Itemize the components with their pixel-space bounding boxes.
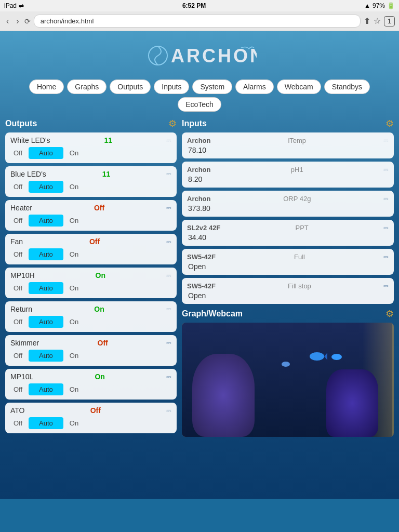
outputs-panel: Outputs ⚙ White LED's 11 ⎓ Off Auto On <box>5 118 177 436</box>
back-button[interactable]: ‹ <box>4 16 11 27</box>
output-return-status: On <box>94 305 104 313</box>
nav-webcam[interactable]: Webcam <box>277 79 321 94</box>
output-white-leds-off-btn[interactable]: Off <box>10 148 25 158</box>
output-return-slider-icon[interactable]: ⎓ <box>166 304 171 314</box>
output-ato-slider-icon[interactable]: ⎓ <box>166 406 171 415</box>
nav-home[interactable]: Home <box>29 79 64 94</box>
output-blue-leds-off-btn[interactable]: Off <box>10 182 25 192</box>
svg-point-2 <box>310 352 324 361</box>
main-content: ARCHON Home Graphs Outputs Inputs System… <box>0 31 399 499</box>
output-mp10l-controls: Off Auto On <box>10 383 171 395</box>
output-white-leds-auto-btn[interactable]: Auto <box>29 147 63 159</box>
output-skimmer-off-btn[interactable]: Off <box>10 351 25 361</box>
ipad-label: iPad <box>4 2 17 9</box>
input-fill-stop-slider-icon[interactable]: ⎓ <box>383 281 389 290</box>
output-return-on-btn[interactable]: On <box>66 317 82 327</box>
input-ph1-slider-icon[interactable]: ⎓ <box>383 165 389 174</box>
output-skimmer-slider-icon[interactable]: ⎓ <box>166 338 171 348</box>
nav-alarms[interactable]: Alarms <box>235 79 274 94</box>
input-orp-top: Archon ORP 42g ⎓ <box>187 194 389 203</box>
signal-icon: ▲ <box>364 2 370 9</box>
browser-bar: ‹ › ⟳ ⬆ ☆ 1 <box>0 11 399 31</box>
output-white-leds-controls: Off Auto On <box>10 147 171 159</box>
input-ppt: SL2v2 42F PPT ⎓ 34.40 <box>182 220 394 246</box>
nav-ecotech[interactable]: EcoTech <box>178 97 221 112</box>
output-mp10h-off-btn[interactable]: Off <box>10 283 25 293</box>
output-fan-off-btn[interactable]: Off <box>10 249 25 259</box>
output-blue-leds-auto-btn[interactable]: Auto <box>29 181 63 193</box>
output-blue-leds-on-btn[interactable]: On <box>66 182 82 192</box>
input-fill-stop-value: Open <box>187 291 389 300</box>
output-skimmer-on-btn[interactable]: On <box>66 351 82 361</box>
input-ppt-top: SL2v2 42F PPT ⎓ <box>187 223 389 232</box>
output-fan-on-btn[interactable]: On <box>66 249 82 259</box>
output-skimmer: Skimmer Off ⎓ Off Auto On <box>5 335 177 366</box>
forward-button[interactable]: › <box>14 16 21 27</box>
nav-inputs[interactable]: Inputs <box>154 79 189 94</box>
battery-level: 97% <box>373 2 385 9</box>
output-return-auto-btn[interactable]: Auto <box>29 316 63 328</box>
graph-webcam-header: Graph/Webcam ⚙ <box>182 308 394 320</box>
bookmark-button[interactable]: ☆ <box>374 16 381 26</box>
output-white-leds-top: White LED's 11 ⎓ <box>10 136 171 145</box>
input-itemp-slider-icon[interactable]: ⎓ <box>383 136 389 145</box>
logo-area: ARCHON <box>5 36 394 74</box>
input-orp-value: 373.80 <box>187 204 389 212</box>
input-fill-stop-name: Fill stop <box>288 282 311 290</box>
input-ppt-value: 34.40 <box>187 233 389 242</box>
reload-button[interactable]: ⟳ <box>24 17 31 25</box>
input-ppt-slider-icon[interactable]: ⎓ <box>383 223 389 232</box>
output-heater-top: Heater Off ⎓ <box>10 203 171 212</box>
aquarium-svg <box>182 323 394 437</box>
input-full-value: Open <box>187 262 389 271</box>
input-itemp-source: Archon <box>187 137 211 144</box>
input-full-source: SW5-42F <box>187 253 216 261</box>
nav-outputs[interactable]: Outputs <box>110 79 151 94</box>
tab-count[interactable]: 1 <box>384 16 395 26</box>
output-mp10l-name: MP10L <box>10 373 33 381</box>
output-white-leds-on-btn[interactable]: On <box>66 148 82 158</box>
graph-webcam-gear-icon[interactable]: ⚙ <box>385 308 394 320</box>
input-orp-slider-icon[interactable]: ⎓ <box>383 194 389 203</box>
output-skimmer-auto-btn[interactable]: Auto <box>29 350 63 362</box>
output-heater-off-btn[interactable]: Off <box>10 216 25 225</box>
nav-standbys[interactable]: Standbys <box>324 79 370 94</box>
output-blue-leds-slider-icon[interactable]: ⎓ <box>166 169 171 179</box>
inputs-gear-icon[interactable]: ⚙ <box>385 118 394 129</box>
output-mp10l-slider-icon[interactable]: ⎓ <box>166 372 171 381</box>
output-blue-leds-controls: Off Auto On <box>10 181 171 193</box>
output-fan-slider-icon[interactable]: ⎓ <box>166 237 171 246</box>
output-mp10h-slider-icon[interactable]: ⎓ <box>166 271 171 280</box>
output-ato-auto-btn[interactable]: Auto <box>29 417 63 429</box>
output-fan-name: Fan <box>10 237 23 246</box>
input-full-slider-icon[interactable]: ⎓ <box>383 252 389 261</box>
output-mp10l-on-btn[interactable]: On <box>66 384 82 394</box>
output-heater-slider-icon[interactable]: ⎓ <box>166 203 171 212</box>
outputs-header: Outputs ⚙ <box>5 118 177 129</box>
output-ato-off-btn[interactable]: Off <box>10 418 25 428</box>
outputs-gear-icon[interactable]: ⚙ <box>168 118 177 129</box>
input-ppt-source: SL2v2 42F <box>187 224 220 232</box>
output-mp10l: MP10L On ⎓ Off Auto On <box>5 369 177 400</box>
output-mp10h-on-btn[interactable]: On <box>66 283 82 293</box>
output-mp10l-auto-btn[interactable]: Auto <box>29 383 63 395</box>
output-white-leds-slider-icon[interactable]: ⎓ <box>166 136 171 145</box>
output-return-off-btn[interactable]: Off <box>10 317 25 327</box>
share-button[interactable]: ⬆ <box>364 16 370 26</box>
inputs-panel: Inputs ⚙ Archon iTemp ⎓ 78.10 Archon <box>182 118 394 304</box>
nav-system[interactable]: System <box>192 79 232 94</box>
output-mp10h-auto-btn[interactable]: Auto <box>29 282 63 294</box>
address-bar[interactable] <box>34 15 361 28</box>
input-itemp-name: iTemp <box>288 137 306 144</box>
output-heater-auto-btn[interactable]: Auto <box>29 215 63 227</box>
output-skimmer-status: Off <box>98 339 108 347</box>
output-return-name: Return <box>10 305 32 313</box>
output-ato-on-btn[interactable]: On <box>66 418 82 428</box>
graph-webcam-panel: Graph/Webcam ⚙ <box>182 308 394 437</box>
nav-graphs[interactable]: Graphs <box>67 79 107 94</box>
wifi-icon: ⇌ <box>19 2 24 9</box>
input-fill-stop-source: SW5-42F <box>187 282 216 290</box>
output-heater-on-btn[interactable]: On <box>66 216 82 225</box>
output-mp10l-off-btn[interactable]: Off <box>10 384 25 394</box>
output-fan-auto-btn[interactable]: Auto <box>29 248 63 260</box>
